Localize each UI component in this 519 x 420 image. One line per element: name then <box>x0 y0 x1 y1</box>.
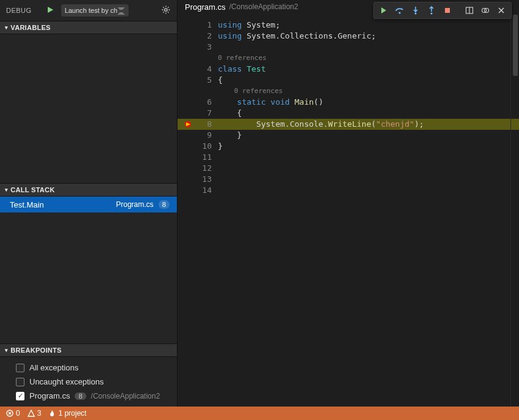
debug-title: DEBUG <box>6 7 32 14</box>
chevron-down-icon: ▾ <box>5 187 8 193</box>
scrollbar-thumb[interactable] <box>513 15 518 76</box>
line-number: 13 <box>196 174 218 185</box>
svg-rect-6 <box>445 8 450 13</box>
codelens-references[interactable]: 0 references <box>218 53 519 64</box>
status-projects-label: 1 project <box>58 409 86 418</box>
line-number: 11 <box>196 152 218 163</box>
svg-point-4 <box>414 12 416 14</box>
breakpoint-path: /ConsoleApplication2 <box>91 392 160 400</box>
callstack-file: Program.cs <box>116 200 154 209</box>
launch-config-label: Launch test by ch <box>65 7 118 14</box>
variables-title: VARIABLES <box>10 24 50 31</box>
svg-point-0 <box>165 8 167 10</box>
line-number: 3 <box>196 42 218 53</box>
line-number: 5 <box>196 75 218 86</box>
editor-tab-path: /ConsoleApplication2 <box>229 2 298 11</box>
checkbox-unchecked-icon[interactable] <box>16 364 24 372</box>
step-into-button[interactable] <box>408 3 423 18</box>
breakpoint-uncaught-exceptions[interactable]: Uncaught exceptions <box>0 375 177 389</box>
overview-ruler[interactable] <box>510 13 519 407</box>
close-button[interactable] <box>494 3 509 18</box>
debug-header: DEBUG Launch test by ch <box>0 0 177 21</box>
callstack-row[interactable]: Test.Main Program.cs 8 <box>0 197 177 212</box>
status-error-count: 0 <box>16 409 20 418</box>
variables-header[interactable]: ▾ VARIABLES <box>0 21 177 34</box>
line-number: 6 <box>196 97 218 108</box>
checkbox-checked-icon[interactable]: ✓ <box>16 392 24 400</box>
continue-button[interactable] <box>376 3 391 18</box>
step-out-button[interactable] <box>424 3 439 18</box>
callstack-line: 8 <box>159 200 170 209</box>
line-number: 7 <box>196 108 218 119</box>
breakpoint-label: Uncaught exceptions <box>29 377 103 386</box>
status-bar: 0 3 1 project <box>0 407 519 420</box>
error-icon <box>6 410 13 417</box>
status-warning-count: 3 <box>37 409 42 418</box>
breakpoints-body: All exceptions Uncaught exceptions ✓ Pro… <box>0 357 177 407</box>
debug-sidebar: DEBUG Launch test by ch ▾ VA <box>0 0 177 407</box>
callstack-frame: Test.Main <box>10 200 116 209</box>
line-number: 2 <box>196 31 218 42</box>
launch-config-select[interactable]: Launch test by ch <box>61 4 129 17</box>
callstack-body: Test.Main Program.cs 8 <box>0 197 177 343</box>
editor-area: Program.cs /ConsoleApplication2 1 using … <box>177 0 519 407</box>
callstack-title: CALL STACK <box>10 186 54 193</box>
breakpoints-header[interactable]: ▾ BREAKPOINTS <box>0 343 177 357</box>
debug-toolbar[interactable] <box>373 2 512 19</box>
breakpoint-file[interactable]: ✓ Program.cs 8 /ConsoleApplication2 <box>0 389 177 403</box>
variables-body <box>0 34 177 183</box>
chevron-down-icon: ▾ <box>5 348 8 353</box>
line-number: 4 <box>196 64 218 75</box>
svg-point-3 <box>398 12 400 13</box>
start-debug-icon[interactable] <box>47 6 54 15</box>
breakpoint-file-label: Program.cs <box>29 391 70 400</box>
layout-icon[interactable] <box>462 3 477 18</box>
checkbox-unchecked-icon[interactable] <box>16 378 24 386</box>
stop-button[interactable] <box>440 3 455 18</box>
breakpoint-line-badge: 8 <box>75 392 86 400</box>
line-number: 8 <box>196 119 218 130</box>
breakpoint-all-exceptions[interactable]: All exceptions <box>0 361 177 375</box>
callstack-header[interactable]: ▾ CALL STACK <box>0 183 177 197</box>
breakpoint-label: All exceptions <box>29 363 78 372</box>
code-editor[interactable]: 1 using System; 2 using System.Collectio… <box>177 13 519 407</box>
editor-tab-filename[interactable]: Program.cs <box>185 2 225 12</box>
gear-icon[interactable] <box>161 5 171 17</box>
svg-point-5 <box>430 12 432 14</box>
flame-icon <box>48 410 56 417</box>
debug-console-icon[interactable] <box>478 3 493 18</box>
codelens-references[interactable]: 0 references <box>234 87 283 95</box>
warning-icon <box>28 410 35 417</box>
line-number: 14 <box>196 185 218 196</box>
status-warnings[interactable]: 3 <box>28 409 42 418</box>
line-number: 12 <box>196 163 218 174</box>
line-number: 10 <box>196 141 218 152</box>
step-over-button[interactable] <box>392 3 407 18</box>
breakpoints-title: BREAKPOINTS <box>10 347 61 354</box>
status-projects[interactable]: 1 project <box>48 409 86 418</box>
line-number: 9 <box>196 130 218 141</box>
status-errors[interactable]: 0 <box>6 409 20 418</box>
chevron-down-icon: ▾ <box>5 25 8 31</box>
line-number: 1 <box>196 20 218 31</box>
